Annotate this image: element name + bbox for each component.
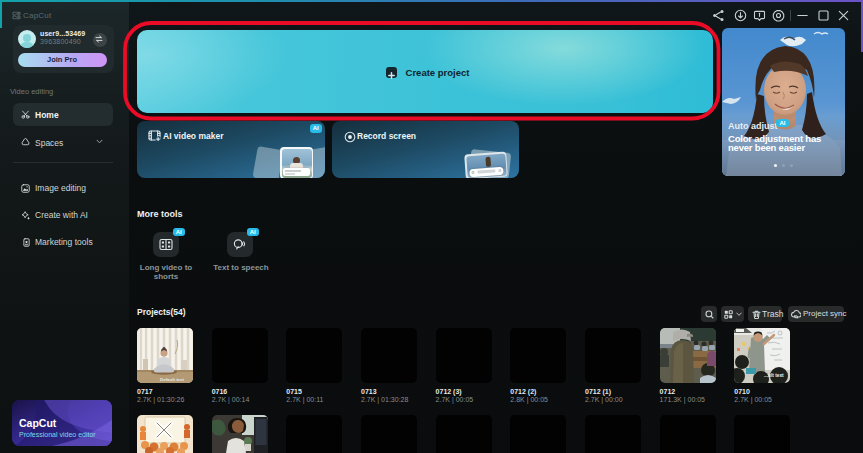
svg-text:Default text: Default text	[160, 377, 184, 382]
svg-text:...ult text: ...ult text	[764, 373, 784, 378]
